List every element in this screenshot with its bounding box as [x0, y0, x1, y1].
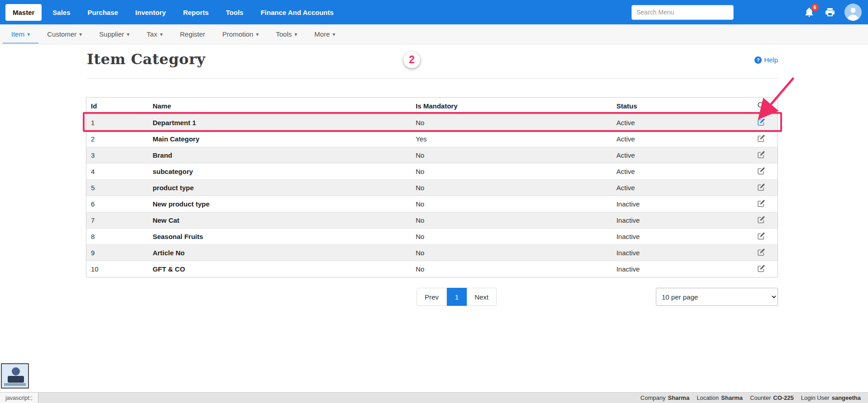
cell-is-mandatory: No	[411, 115, 612, 131]
pagination-page-1-button[interactable]: 1	[447, 288, 467, 306]
edit-icon	[758, 265, 765, 272]
cell-status: Inactive	[612, 212, 745, 229]
cell-name: New product type	[148, 196, 411, 212]
chevron-down-icon: ▾	[256, 31, 259, 37]
printer-icon	[825, 7, 835, 18]
cell-status: Active	[612, 164, 745, 180]
subnav-item-tax[interactable]: Tax ▾	[138, 24, 171, 44]
per-page-select[interactable]: 10 per page	[656, 288, 778, 306]
cell-status: Active	[612, 131, 745, 147]
edit-row-button[interactable]	[757, 166, 766, 177]
edit-row-button[interactable]	[757, 183, 766, 193]
table-row: 5 product type No Active	[86, 180, 778, 196]
nav-item-inventory[interactable]: Inventory	[135, 9, 166, 16]
edit-icon	[758, 183, 765, 191]
edit-icon	[758, 167, 765, 174]
edit-row-button[interactable]	[757, 231, 766, 242]
edit-icon	[758, 135, 765, 142]
column-header-status: Status	[612, 98, 745, 115]
location-info: LocationSharma	[697, 394, 743, 401]
user-avatar[interactable]	[844, 4, 862, 21]
edit-icon	[758, 151, 765, 158]
nav-item-sales[interactable]: Sales	[52, 9, 70, 16]
session-info: CompanySharma LocationSharma CounterCO-2…	[640, 393, 868, 403]
subnav-item-more[interactable]: More ▾	[306, 24, 344, 44]
subnav-item-tools[interactable]: Tools ▾	[267, 24, 306, 44]
edit-row-button[interactable]	[757, 264, 766, 274]
cell-is-mandatory: Yes	[411, 131, 612, 147]
table-row: 3 Brand No Active	[86, 147, 778, 164]
table-header-row: Id Name Is Mandatory Status	[86, 98, 778, 115]
cell-is-mandatory: No	[411, 229, 612, 245]
cell-id: 2	[86, 131, 148, 147]
cell-name: product type	[148, 180, 411, 196]
edit-row-button[interactable]	[757, 117, 766, 128]
login-user-info: Login Usersangeetha	[801, 394, 861, 401]
subnav-item-item[interactable]: Item ▾	[3, 24, 38, 44]
cell-is-mandatory: No	[411, 147, 612, 164]
pagination-next-button[interactable]: Next	[467, 288, 497, 306]
chevron-down-icon: ▾	[79, 31, 82, 37]
table-search-button[interactable]	[745, 98, 778, 115]
cell-status: Active	[612, 115, 745, 131]
table-row: 4 subcategory No Active	[86, 164, 778, 180]
edit-icon	[758, 200, 765, 207]
edit-row-button[interactable]	[757, 199, 766, 209]
edit-row-button[interactable]	[757, 248, 766, 258]
cell-id: 6	[86, 196, 148, 212]
counter-info: CounterCO-225	[750, 394, 794, 401]
notifications-button[interactable]: 6	[804, 7, 815, 18]
column-header-name: Name	[148, 98, 411, 115]
search-menu-input[interactable]	[631, 5, 734, 20]
edit-row-button[interactable]	[757, 134, 766, 144]
search-icon	[757, 102, 765, 109]
cell-is-mandatory: No	[411, 180, 612, 196]
cell-status: Active	[612, 147, 745, 164]
print-button[interactable]	[825, 7, 835, 18]
cell-status: Inactive	[612, 261, 745, 277]
edit-row-button[interactable]	[757, 150, 766, 160]
cell-id: 7	[86, 212, 148, 229]
table-row: 9 Article No No Inactive	[86, 245, 778, 261]
browser-status-text: javascript:;	[0, 393, 38, 403]
edit-icon	[758, 232, 765, 239]
cell-is-mandatory: No	[411, 261, 612, 277]
cell-name: Brand	[148, 147, 411, 164]
pagination-prev-button[interactable]: Prev	[417, 288, 447, 306]
table-row: 10 GFT & CO No Inactive	[86, 261, 778, 277]
chevron-down-icon: ▾	[332, 31, 335, 37]
cell-is-mandatory: No	[411, 196, 612, 212]
cell-id: 1	[86, 115, 148, 131]
help-link[interactable]: ? Help	[754, 56, 778, 64]
item-category-table: Id Name Is Mandatory Status 1 Department…	[86, 97, 778, 277]
subnav-item-supplier[interactable]: Supplier ▾	[90, 24, 138, 44]
cell-name: Seasonal Fruits	[148, 229, 411, 245]
table-row: 8 Seasonal Fruits No Inactive	[86, 229, 778, 245]
nav-item-reports[interactable]: Reports	[183, 9, 209, 16]
chevron-down-icon: ▾	[27, 31, 30, 37]
support-widget-image[interactable]	[1, 363, 29, 389]
cell-name: New Cat	[148, 212, 411, 229]
subnav-item-promotion[interactable]: Promotion ▾	[214, 24, 267, 44]
question-circle-icon: ?	[754, 56, 762, 64]
header-divider	[87, 78, 778, 79]
cell-status: Inactive	[612, 196, 745, 212]
subnav-item-register[interactable]: Register	[171, 24, 214, 44]
company-info: CompanySharma	[640, 394, 689, 401]
cell-name: GFT & CO	[148, 261, 411, 277]
edit-row-button[interactable]	[757, 215, 766, 225]
cell-name: Article No	[148, 245, 411, 261]
nav-item-finance-and-accounts[interactable]: Finance And Accounts	[261, 9, 333, 16]
cell-is-mandatory: No	[411, 245, 612, 261]
subnav-item-customer[interactable]: Customer ▾	[38, 24, 90, 44]
nav-item-master[interactable]: Master	[5, 4, 42, 21]
edit-icon	[758, 216, 765, 223]
top-navbar: Master Sales Purchase Inventory Reports …	[0, 0, 868, 24]
cell-name: Main Category	[148, 131, 411, 147]
cell-id: 9	[86, 245, 148, 261]
cell-id: 10	[86, 261, 148, 277]
nav-item-tools[interactable]: Tools	[226, 9, 243, 16]
cell-status: Inactive	[612, 245, 745, 261]
table-row: 1 Department 1 No Active	[86, 115, 778, 131]
nav-item-purchase[interactable]: Purchase	[88, 9, 119, 16]
